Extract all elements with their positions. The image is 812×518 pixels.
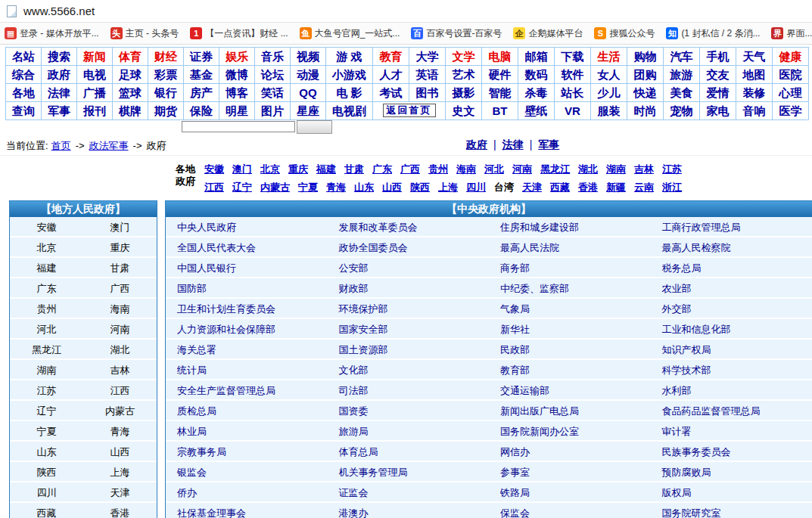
central-gov-link[interactable]: 全国人民代表大会 <box>177 242 256 253</box>
local-gov-link[interactable]: 黑龙江 <box>32 344 61 355</box>
nav-category-link[interactable]: 人才 <box>373 66 409 84</box>
nav-category-link[interactable]: 财经 <box>148 48 184 66</box>
local-gov-link[interactable]: 江西 <box>110 385 130 396</box>
nav-category-link[interactable]: 期货 <box>148 102 184 120</box>
central-gov-link[interactable]: 住房和城乡建设部 <box>500 222 579 233</box>
nav-category-link[interactable]: 星座 <box>291 102 326 120</box>
local-gov-link[interactable]: 广西 <box>110 283 130 294</box>
nav-category-link[interactable]: 棋牌 <box>113 102 148 120</box>
local-gov-link[interactable]: 青海 <box>110 426 130 437</box>
local-gov-link[interactable]: 吉林 <box>110 364 130 376</box>
quick-link[interactable]: 政府 <box>466 138 487 150</box>
bookmark-item[interactable]: 企企鹅媒体平台 <box>513 27 583 40</box>
central-gov-link[interactable]: 参事室 <box>500 467 530 478</box>
nav-category-link[interactable]: 地图 <box>736 66 773 84</box>
local-gov-link[interactable]: 北京 <box>37 242 57 253</box>
region-province-link[interactable]: 北京 <box>260 163 280 176</box>
nav-category-link[interactable]: 购物 <box>627 48 664 66</box>
nav-category-link[interactable]: 名站 <box>6 48 42 66</box>
nav-category-link[interactable]: 手机 <box>700 48 736 66</box>
bookmark-item[interactable]: 1【一点资讯】财经 ... <box>190 27 288 40</box>
central-gov-link[interactable]: 质检总局 <box>177 405 216 417</box>
central-gov-link[interactable]: 林业局 <box>177 426 207 437</box>
nav-category-link[interactable]: 音响 <box>736 102 773 120</box>
local-gov-link[interactable]: 香港 <box>110 507 130 518</box>
nav-category-link[interactable]: 家电 <box>700 102 736 120</box>
region-province-link[interactable]: 江苏 <box>662 163 682 176</box>
central-gov-link[interactable]: 卫生和计划生育委员会 <box>177 303 275 315</box>
central-gov-link[interactable]: 港澳办 <box>339 507 369 518</box>
central-gov-link[interactable]: 发展和改革委员会 <box>339 222 418 233</box>
central-gov-link[interactable]: 教育部 <box>500 364 530 376</box>
central-gov-link[interactable]: 国务院新闻办公室 <box>500 426 579 437</box>
central-gov-link[interactable]: 宗教事务局 <box>177 446 226 458</box>
region-province-link[interactable]: 广东 <box>372 163 392 176</box>
nav-category-link[interactable]: 教育 <box>373 48 409 66</box>
region-province-link[interactable]: 云南 <box>634 181 654 194</box>
region-province-link[interactable]: 香港 <box>578 181 598 194</box>
nav-category-link[interactable]: 银行 <box>148 84 184 102</box>
quick-link[interactable]: 军事 <box>538 138 559 150</box>
central-gov-link[interactable]: 科学技术部 <box>662 364 711 376</box>
central-gov-link[interactable]: 网信办 <box>500 446 530 458</box>
nav-category-link[interactable]: 明星 <box>219 102 255 120</box>
nav-category-link[interactable]: 英语 <box>409 66 446 84</box>
region-province-link[interactable]: 吉林 <box>634 163 654 176</box>
central-gov-link[interactable]: 最高人民法院 <box>500 242 559 253</box>
back-to-home-button[interactable]: 返回首页 <box>383 104 436 117</box>
region-province-link[interactable]: 内蒙古 <box>260 181 290 194</box>
nav-category-link[interactable]: 彩票 <box>148 66 184 84</box>
local-gov-link[interactable]: 陕西 <box>37 467 57 478</box>
central-gov-link[interactable]: 民政部 <box>500 344 530 355</box>
central-gov-link[interactable]: 气象局 <box>500 303 530 315</box>
nav-category-link[interactable]: 证券 <box>184 48 219 66</box>
nav-category-link[interactable]: 美食 <box>664 84 700 102</box>
central-gov-link[interactable]: 预防腐败局 <box>662 467 711 478</box>
nav-category-link[interactable]: 电 影 <box>326 84 373 102</box>
central-gov-link[interactable]: 侨办 <box>177 487 197 498</box>
nav-category-link[interactable]: 时尚 <box>627 102 664 120</box>
central-gov-link[interactable]: 新闻出版广电总局 <box>500 405 579 417</box>
region-province-link[interactable]: 海南 <box>456 163 476 176</box>
region-province-link[interactable]: 四川 <box>466 181 486 194</box>
nav-category-link[interactable]: 各地 <box>6 84 42 102</box>
local-gov-link[interactable]: 宁夏 <box>37 426 57 437</box>
bookmark-item[interactable]: 知(1 封私信 / 2 条消... <box>666 27 760 40</box>
central-gov-link[interactable]: 文化部 <box>339 364 369 376</box>
nav-category-link[interactable]: 查询 <box>6 102 42 120</box>
nav-category-link[interactable]: 健康 <box>773 48 809 66</box>
central-gov-link[interactable]: 机关事务管理局 <box>339 467 408 478</box>
nav-category-link[interactable]: 搜索 <box>42 48 77 66</box>
breadcrumb-section-link[interactable]: 政法军事 <box>89 140 129 151</box>
nav-category-link[interactable]: 篮球 <box>113 84 148 102</box>
nav-category-link[interactable]: 文学 <box>446 48 482 66</box>
local-gov-link[interactable]: 湖南 <box>37 364 57 376</box>
nav-category-link[interactable]: 医学 <box>773 102 809 120</box>
nav-category-link[interactable]: 数码 <box>518 66 555 84</box>
nav-category-link[interactable]: 微博 <box>219 66 255 84</box>
region-province-link[interactable]: 江西 <box>204 181 224 194</box>
nav-category-link[interactable]: 邮箱 <box>518 48 555 66</box>
nav-category-link[interactable]: 广播 <box>77 84 113 102</box>
nav-category-link[interactable]: 壁纸 <box>518 102 555 120</box>
central-gov-link[interactable]: 体育总局 <box>339 446 378 458</box>
search-button[interactable] <box>297 120 332 134</box>
nav-category-link[interactable]: BT <box>482 102 518 120</box>
central-gov-link[interactable]: 海关总署 <box>177 344 216 355</box>
local-gov-link[interactable]: 河北 <box>37 324 57 335</box>
local-gov-link[interactable]: 澳门 <box>110 222 130 233</box>
nav-category-link[interactable]: 旅游 <box>664 66 700 84</box>
central-gov-link[interactable]: 国家安全部 <box>339 324 388 335</box>
nav-category-link[interactable]: 宠物 <box>664 102 700 120</box>
central-gov-link[interactable]: 交通运输部 <box>500 385 549 396</box>
bookmark-item[interactable]: ▦登录 - 媒体开放平... <box>5 27 99 40</box>
nav-category-link[interactable]: 摄影 <box>446 84 482 102</box>
central-gov-link[interactable]: 商务部 <box>500 262 530 274</box>
central-gov-link[interactable]: 工业和信息化部 <box>662 324 731 335</box>
nav-category-link[interactable]: 音乐 <box>255 48 291 66</box>
nav-category-link[interactable]: 保险 <box>184 102 219 120</box>
region-province-link[interactable]: 山西 <box>382 181 402 194</box>
region-province-link[interactable]: 河北 <box>484 163 504 176</box>
local-gov-link[interactable]: 江苏 <box>37 385 57 396</box>
central-gov-link[interactable]: 铁路局 <box>500 487 530 498</box>
